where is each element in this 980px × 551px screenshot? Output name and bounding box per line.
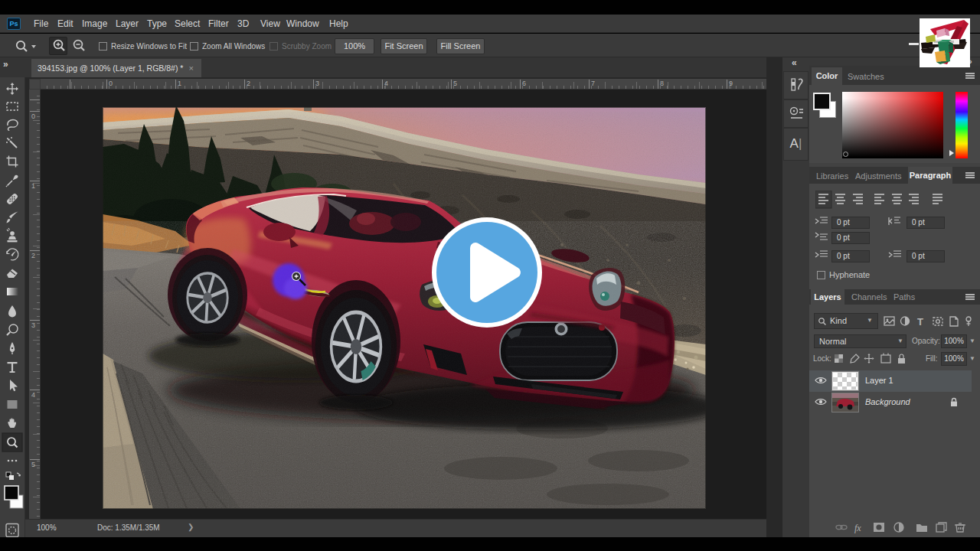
svg-text:T: T xyxy=(917,316,923,328)
svg-text:fx: fx xyxy=(854,523,861,533)
